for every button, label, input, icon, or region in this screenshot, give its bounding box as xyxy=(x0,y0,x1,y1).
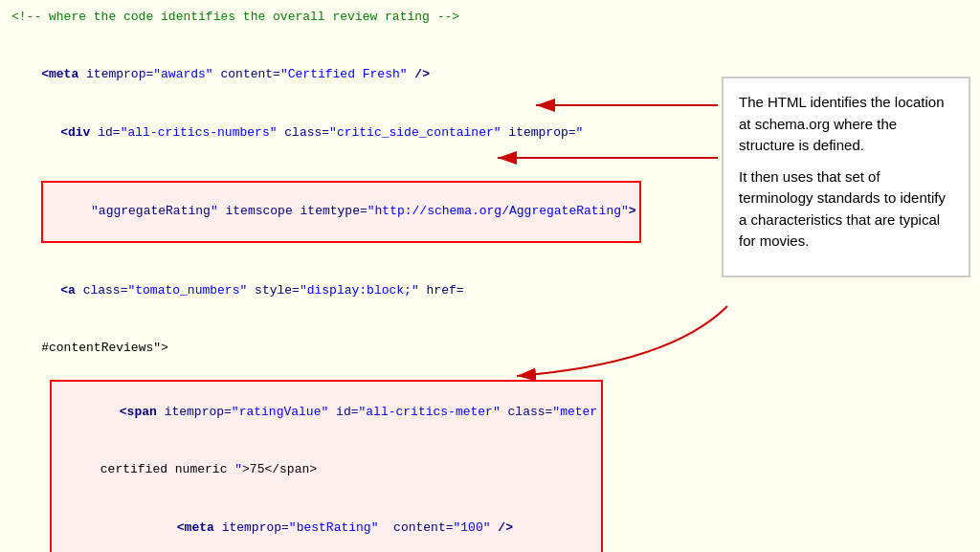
annotation-box: The HTML identifies the location at sche… xyxy=(722,77,970,277)
blank-line-1 xyxy=(11,27,639,46)
certified-numeric-line: certified numeric ">75</span> xyxy=(56,441,597,498)
span-rating-value: <span itemprop="ratingValue" id="all-cri… xyxy=(56,384,597,441)
aggregate-rating-line: "aggregateRating" itemscope itemtype="ht… xyxy=(11,162,639,262)
comment-line-1: <!-- where the code identifies the overa… xyxy=(11,8,639,27)
rating-highlight-block: <span itemprop="ratingValue" id="all-cri… xyxy=(50,380,603,552)
meta-awards-line: <meta itemprop="awards" content="Certifi… xyxy=(11,46,639,103)
anchor-tomato-line: <a class="tomato_numbers" style="display… xyxy=(11,262,639,320)
content-reviews-line: #contentReviews"> xyxy=(11,320,639,377)
div-critics-line: <div id="all-critics-numbers" class="cri… xyxy=(11,104,639,162)
meta-best-rating: <meta itemprop="bestRating" content="100… xyxy=(56,499,597,552)
annotation-para-1: The HTML identifies the location at sche… xyxy=(739,92,953,157)
code-display: <!-- where the code identifies the overa… xyxy=(0,0,651,552)
annotation-para-2: It then uses that set of terminology sta… xyxy=(739,166,953,253)
